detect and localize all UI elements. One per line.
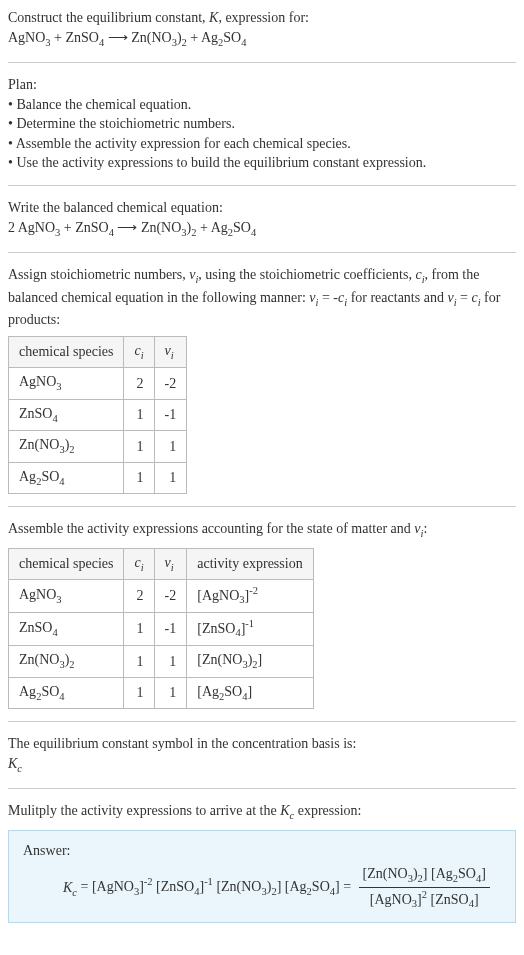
cell-ci: 1 [124,462,154,493]
col-ci: ci [124,336,154,367]
cell-species: AgNO3 [9,580,124,613]
balanced-heading: Write the balanced chemical equation: [8,198,516,218]
balanced-equation: 2 AgNO3 + ZnSO4 ⟶ Zn(NO3)2 + Ag2SO4 [8,218,516,240]
cell-vi: -1 [154,613,187,646]
cell-ci: 1 [124,399,154,430]
symbol: The equilibrium constant symbol in the c… [8,734,516,776]
cell-vi: 1 [154,462,187,493]
cell-vi: -1 [154,399,187,430]
plan-item: • Use the activity expressions to build … [8,153,516,173]
col-species: chemical species [9,548,124,579]
divider [8,252,516,253]
divider [8,506,516,507]
cell-species: AgNO3 [9,368,124,399]
table-header-row: chemical species ci νi activity expressi… [9,548,314,579]
cell-species: Ag2SO4 [9,677,124,708]
cell-species: Ag2SO4 [9,462,124,493]
cell-species: ZnSO4 [9,613,124,646]
table-header-row: chemical species ci νi [9,336,187,367]
symbol-text: The equilibrium constant symbol in the c… [8,734,516,754]
table-row: Zn(NO3)2 1 1 [Zn(NO3)2] [9,646,314,677]
plan: Plan: • Balance the chemical equation. •… [8,75,516,173]
cell-vi: -2 [154,580,187,613]
table-row: ZnSO4 1 -1 [9,399,187,430]
intro: Construct the equilibrium constant, K, e… [8,8,516,50]
answer-expression: Kc = [AgNO3]-2 [ZnSO4]-1 [Zn(NO3)2] [Ag2… [23,864,501,912]
cell-species: Zn(NO3)2 [9,431,124,462]
cell-ci: 2 [124,580,154,613]
assign-text: Assign stoichiometric numbers, νi, using… [8,265,516,330]
cell-species: ZnSO4 [9,399,124,430]
cell-ci: 1 [124,431,154,462]
col-vi: νi [154,336,187,367]
table-row: Zn(NO3)2 1 1 [9,431,187,462]
plan-item: • Assemble the activity expression for e… [8,134,516,154]
cell-ci: 2 [124,368,154,399]
divider [8,721,516,722]
col-species: chemical species [9,336,124,367]
plan-heading: Plan: [8,75,516,95]
fraction: [Zn(NO3)2] [Ag2SO4] [AgNO3]2 [ZnSO4] [359,864,490,912]
intro-line1: Construct the equilibrium constant, K, e… [8,8,516,28]
cell-species: Zn(NO3)2 [9,646,124,677]
cell-vi: 1 [154,646,187,677]
multiply: Mulitply the activity expressions to arr… [8,801,516,923]
intro-equation: AgNO3 + ZnSO4 ⟶ Zn(NO3)2 + Ag2SO4 [8,28,516,50]
assemble-text: Assemble the activity expressions accoun… [8,519,516,541]
table-row: Ag2SO4 1 1 [9,462,187,493]
divider [8,788,516,789]
col-vi: νi [154,548,187,579]
cell-vi: 1 [154,431,187,462]
table-row: AgNO3 2 -2 [9,368,187,399]
col-activity: activity expression [187,548,313,579]
cell-vi: -2 [154,368,187,399]
divider [8,185,516,186]
cell-ci: 1 [124,613,154,646]
answer-label: Answer: [23,841,501,861]
assign: Assign stoichiometric numbers, νi, using… [8,265,516,494]
table-row: ZnSO4 1 -1 [ZnSO4]-1 [9,613,314,646]
table-row: Ag2SO4 1 1 [Ag2SO4] [9,677,314,708]
answer-box: Answer: Kc = [AgNO3]-2 [ZnSO4]-1 [Zn(NO3… [8,830,516,923]
cell-activity: [AgNO3]-2 [187,580,313,613]
cell-activity: [Zn(NO3)2] [187,646,313,677]
fraction-numerator: [Zn(NO3)2] [Ag2SO4] [359,864,490,887]
cell-activity: [ZnSO4]-1 [187,613,313,646]
cell-vi: 1 [154,677,187,708]
divider [8,62,516,63]
multiply-text: Mulitply the activity expressions to arr… [8,801,516,823]
assign-table: chemical species ci νi AgNO3 2 -2 ZnSO4 … [8,336,187,494]
table-row: AgNO3 2 -2 [AgNO3]-2 [9,580,314,613]
balanced: Write the balanced chemical equation: 2 … [8,198,516,240]
plan-item: • Determine the stoichiometric numbers. [8,114,516,134]
cell-ci: 1 [124,677,154,708]
cell-activity: [Ag2SO4] [187,677,313,708]
symbol-kc: Kc [8,754,516,776]
cell-ci: 1 [124,646,154,677]
fraction-denominator: [AgNO3]2 [ZnSO4] [359,888,490,912]
col-ci: ci [124,548,154,579]
assemble-table: chemical species ci νi activity expressi… [8,548,314,710]
plan-item: • Balance the chemical equation. [8,95,516,115]
assemble: Assemble the activity expressions accoun… [8,519,516,709]
